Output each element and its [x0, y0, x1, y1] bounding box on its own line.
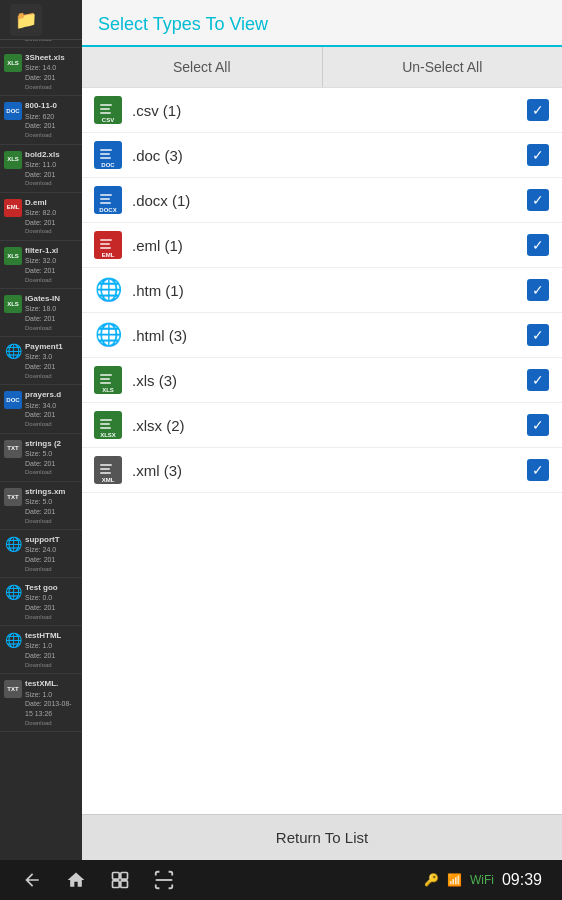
type-list-item[interactable]: XLS .xls (3)✓ — [82, 358, 562, 403]
svg-rect-4 — [100, 112, 111, 114]
scan-icon[interactable] — [152, 868, 176, 892]
csv-type-icon: CSV — [94, 96, 122, 124]
eml-checkbox[interactable]: ✓ — [526, 233, 550, 257]
xlsx-type-icon: XLSX — [94, 411, 122, 439]
svg-rect-22 — [100, 247, 111, 249]
bg-file-icon: 🌐 — [4, 584, 22, 602]
xls-check-mark: ✓ — [527, 369, 549, 391]
csv-checkbox[interactable]: ✓ — [526, 98, 550, 122]
xls-checkbox[interactable]: ✓ — [526, 368, 550, 392]
bg-file-info: testHTMLSize: 1.0Date: 201Download — [25, 630, 61, 669]
xml-type-label: .xml (3) — [132, 462, 516, 479]
svg-text:XLSX: XLSX — [100, 432, 116, 438]
xls-type-icon: XLS — [94, 366, 122, 394]
bg-file-icon: TXT — [4, 680, 22, 698]
svg-rect-20 — [100, 239, 112, 241]
type-list-item[interactable]: CSV .csv (1)✓ — [82, 88, 562, 133]
svg-rect-26 — [100, 374, 112, 376]
html-type-label: .html (3) — [132, 327, 516, 344]
bg-file-icon: 🌐 — [4, 536, 22, 554]
html-checkbox[interactable]: ✓ — [526, 323, 550, 347]
docx-checkbox[interactable]: ✓ — [526, 188, 550, 212]
bg-file-info: 3Sheet.xlsSize: 14.0Date: 201Download — [25, 52, 65, 91]
svg-rect-2 — [100, 104, 112, 106]
type-list-item[interactable]: DOC .doc (3)✓ — [82, 133, 562, 178]
eml-check-mark: ✓ — [527, 234, 549, 256]
type-list-item[interactable]: DOCX .docx (1)✓ — [82, 178, 562, 223]
svg-rect-43 — [121, 873, 128, 880]
doc-checkbox[interactable]: ✓ — [526, 143, 550, 167]
bg-list-item: XLSbold2.xlsSize: 11.0Date: 201Download — [0, 145, 82, 193]
clock: 09:39 — [502, 871, 542, 889]
app-icon: 📁 — [15, 9, 37, 31]
bg-list-item: TXTstrings (2Size: 5.0Date: 201Download — [0, 434, 82, 482]
bg-file-icon: 🌐 — [4, 632, 22, 650]
svg-rect-42 — [113, 873, 120, 880]
dialog-action-buttons: Select All Un-Select All — [82, 47, 562, 88]
bg-file-info: Test gooSize: 0.0Date: 201Download — [25, 582, 58, 621]
svg-rect-39 — [100, 468, 110, 470]
type-list-item[interactable]: 🌐.html (3)✓ — [82, 313, 562, 358]
type-list-item[interactable]: XML .xml (3)✓ — [82, 448, 562, 493]
select-all-button[interactable]: Select All — [82, 47, 323, 87]
bg-file-icon: XLS — [4, 247, 22, 265]
svg-text:DOCX: DOCX — [99, 207, 116, 213]
svg-rect-15 — [100, 198, 110, 200]
dialog-title: Select Types To View — [82, 0, 562, 47]
bg-file-info: prayers.dSize: 34.0Date: 201Download — [25, 389, 61, 428]
eml-type-label: .eml (1) — [132, 237, 516, 254]
svg-text:XML: XML — [102, 477, 115, 483]
bg-file-info: bold2.xlsSize: 11.0Date: 201Download — [25, 149, 60, 188]
bg-list-item: 🌐supportTSize: 24.0Date: 201Download — [0, 530, 82, 578]
svg-rect-14 — [100, 194, 112, 196]
svg-rect-34 — [100, 427, 111, 429]
unselect-all-button[interactable]: Un-Select All — [323, 47, 563, 87]
bg-file-icon: DOC — [4, 391, 22, 409]
bg-list-item: TXTstrings.xmSize: 5.0Date: 201Download — [0, 482, 82, 530]
bg-file-icon: TXT — [4, 440, 22, 458]
bg-list-item: 🌐testHTMLSize: 1.0Date: 201Download — [0, 626, 82, 674]
status-area: 🔑 📶 WiFi 09:39 — [424, 871, 542, 889]
html-check-mark: ✓ — [527, 324, 549, 346]
bg-file-icon: EML — [4, 199, 22, 217]
xlsx-type-label: .xlsx (2) — [132, 417, 516, 434]
bg-file-icon: XLS — [4, 54, 22, 72]
bg-file-info: D.emlSize: 82.0Date: 201Download — [25, 197, 56, 236]
bg-list-item: XLSfilter-1.xlSize: 32.0Date: 201Downloa… — [0, 241, 82, 289]
recents-icon[interactable] — [108, 868, 132, 892]
app-icon-container: 📁 — [10, 4, 42, 36]
background-file-list: XLS3Sheet.xlsSize: 39.0Date: 201Download… — [0, 0, 82, 860]
svg-rect-40 — [100, 472, 111, 474]
doc-type-label: .doc (3) — [132, 147, 516, 164]
key-icon: 🔑 — [424, 873, 439, 887]
svg-rect-32 — [100, 419, 112, 421]
docx-type-icon: DOCX — [94, 186, 122, 214]
htm-type-icon: 🌐 — [94, 276, 122, 304]
select-types-dialog: Select Types To View Select All Un-Selec… — [82, 0, 562, 860]
bg-list-item: DOCprayers.dSize: 34.0Date: 201Download — [0, 385, 82, 433]
return-to-list-button[interactable]: Return To List — [82, 814, 562, 860]
back-icon[interactable] — [20, 868, 44, 892]
svg-rect-21 — [100, 243, 110, 245]
bg-list-item: XLS3Sheet.xlsSize: 14.0Date: 201Download — [0, 48, 82, 96]
home-icon[interactable] — [64, 868, 88, 892]
bg-list-item: TXTtestXML.Size: 1.0Date: 2013-08-15 13:… — [0, 674, 82, 732]
bg-file-info: Payment1Size: 3.0Date: 201Download — [25, 341, 63, 380]
type-list-item[interactable]: XLSX .xlsx (2)✓ — [82, 403, 562, 448]
type-list-item[interactable]: 🌐.htm (1)✓ — [82, 268, 562, 313]
bg-list-item: EMLD.emlSize: 82.0Date: 201Download — [0, 193, 82, 241]
svg-rect-27 — [100, 378, 110, 380]
docx-check-mark: ✓ — [527, 189, 549, 211]
xls-type-label: .xls (3) — [132, 372, 516, 389]
bg-file-icon: 🌐 — [4, 343, 22, 361]
xml-checkbox[interactable]: ✓ — [526, 458, 550, 482]
svg-text:DOC: DOC — [101, 162, 115, 168]
bg-file-icon: XLS — [4, 151, 22, 169]
svg-rect-3 — [100, 108, 110, 110]
htm-checkbox[interactable]: ✓ — [526, 278, 550, 302]
type-list-item[interactable]: EML .eml (1)✓ — [82, 223, 562, 268]
svg-rect-38 — [100, 464, 112, 466]
nav-icons — [20, 868, 176, 892]
xlsx-checkbox[interactable]: ✓ — [526, 413, 550, 437]
svg-text:CSV: CSV — [102, 117, 114, 123]
